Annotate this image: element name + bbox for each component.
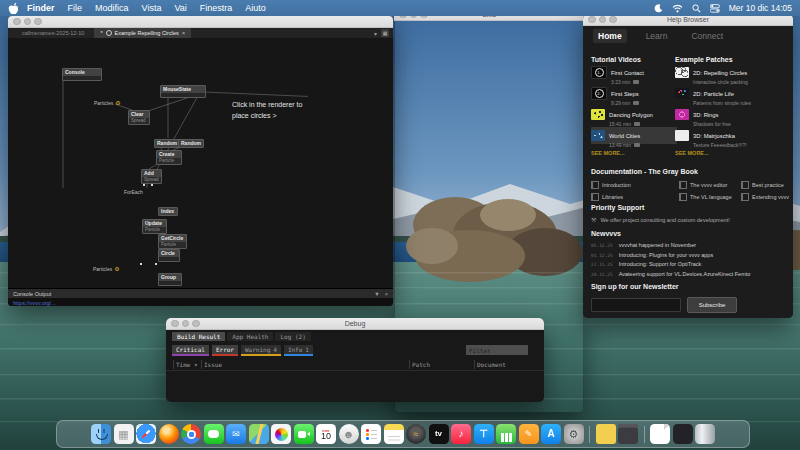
console-link[interactable]: https://vvvv.org/... (13, 300, 56, 306)
dock-music-icon[interactable]: ♪ (451, 424, 471, 444)
doc-link[interactable]: Introduction (591, 181, 631, 189)
close-panel-icon[interactable]: × (385, 291, 388, 297)
patch-node-clear[interactable]: Clear Spread (128, 110, 150, 125)
news-item[interactable]: 27.11.25Introducing: Support for OptiTra… (591, 261, 701, 267)
traffic-lights[interactable] (588, 16, 617, 24)
patch-label[interactable]: Particles⚙ (93, 265, 120, 272)
dock-numbers-icon[interactable] (496, 424, 516, 444)
menu-item-modifica[interactable]: Modifica (95, 3, 129, 13)
column-issue[interactable]: Issue (204, 361, 222, 368)
news-item[interactable]: 01.12.25Introducing: Plugins for your vv… (591, 252, 713, 258)
menu-item-finestra[interactable]: Finestra (200, 3, 233, 13)
doc-link[interactable]: The vvvv editor (679, 181, 727, 189)
patch-pin[interactable] (155, 263, 157, 265)
dock-appstore-icon[interactable]: A (541, 424, 561, 444)
column-document[interactable]: Document (477, 361, 506, 368)
wifi-icon[interactable] (672, 4, 683, 13)
pin-panel-icon[interactable]: ▼ (374, 291, 379, 297)
patches-see-more-link[interactable]: SEE MORE... (675, 150, 709, 156)
traffic-lights[interactable] (13, 18, 42, 26)
tutorial-video-item[interactable]: 2. First Steps 9:29 min (591, 85, 677, 102)
tab-example-patch[interactable]: * Example Repelling Circles × (94, 28, 191, 38)
dock-pages-icon[interactable]: ✎ (519, 424, 539, 444)
doc-link[interactable]: Extending vvvv (741, 193, 789, 201)
menu-item-file[interactable]: File (68, 3, 83, 13)
news-item[interactable]: 20.11.25Avateering support for VL.Device… (591, 271, 750, 277)
dock-facetime-icon[interactable] (294, 424, 314, 444)
example-patch-item[interactable]: 3D: Matrjoschka Texture Feeeedback!!!?! (675, 127, 787, 144)
dock-calendar-icon[interactable]: mer10 (316, 424, 336, 444)
tab-overview-icon[interactable]: ▦ (381, 29, 389, 37)
menu-item-aiuto[interactable]: Aiuto (245, 3, 266, 13)
dock-darkapp-icon[interactable] (673, 424, 693, 444)
patch-node-update[interactable]: Update Particle (142, 219, 167, 234)
newsletter-email-input[interactable] (591, 298, 681, 312)
doc-link[interactable]: Libraries (591, 193, 623, 201)
news-item[interactable]: 05.12.25vvvvhat happened in November (591, 242, 696, 248)
dock-settings-icon[interactable]: ⚙ (564, 424, 584, 444)
dock-launchpad-icon[interactable]: ▦ (114, 424, 134, 444)
debug-tab-app-health[interactable]: App Health (227, 332, 273, 341)
videos-see-more-link[interactable]: SEE MORE... (591, 150, 625, 156)
patch-node-index[interactable]: Index (158, 207, 178, 216)
example-patch-item[interactable]: 2D: Particle Life Patterns from simple r… (675, 85, 787, 102)
patch-node-random[interactable]: Random (178, 139, 204, 148)
patch-node-circle[interactable]: Circle (158, 249, 180, 262)
patch-canvas[interactable]: Click in the renderer to place circles >… (8, 38, 393, 288)
dock-garageband-icon[interactable]: ≈ (406, 424, 426, 444)
tab-dropdown-icon[interactable]: ▾ (374, 30, 377, 37)
patch-pin[interactable] (140, 263, 142, 265)
filter-input[interactable]: Filter (466, 345, 528, 355)
apple-menu-icon[interactable] (8, 2, 18, 14)
column-time[interactable]: Time ▾ (176, 361, 198, 368)
menu-item-finder[interactable]: Finder (27, 3, 55, 13)
patch-titlebar[interactable] (8, 16, 393, 28)
example-patch-item[interactable]: 2D: Repelling Circles Interactive circle… (675, 64, 787, 81)
dock-tv-icon[interactable]: tv (429, 424, 449, 444)
dock-keynote-icon[interactable]: ⊤ (474, 424, 494, 444)
traffic-lights[interactable] (171, 320, 200, 328)
dock-firefox-icon[interactable] (159, 424, 179, 444)
dock-files-icon[interactable] (650, 424, 670, 444)
tab-connect[interactable]: Connect (686, 29, 728, 43)
dock-finder-icon[interactable] (91, 424, 111, 444)
patch-label[interactable]: Particles⚙ (94, 99, 121, 106)
moon-icon[interactable] (654, 4, 663, 13)
menu-item-vista[interactable]: Vista (142, 3, 162, 13)
dock-messages-icon[interactable] (204, 424, 224, 444)
tab-learn[interactable]: Learn (641, 29, 673, 43)
patch-pin[interactable] (151, 184, 153, 186)
dock-safari-icon[interactable] (136, 424, 156, 444)
doc-link[interactable]: The VL language (679, 193, 732, 201)
dock-stickies-icon[interactable] (596, 424, 616, 444)
filter-warning[interactable]: Warning 4 (241, 345, 281, 356)
debug-titlebar[interactable]: Debug (166, 318, 544, 330)
filter-error[interactable]: Error (212, 345, 238, 356)
tutorial-video-item[interactable]: World Cities 13:49 min (591, 127, 677, 144)
patch-node-mousestate[interactable]: MouseState (160, 85, 206, 98)
patch-pin[interactable] (143, 184, 145, 186)
tutorial-video-item[interactable]: Dancing Polygon 15:41 min (591, 106, 677, 123)
menu-clock[interactable]: Mer 10 dic 14:05 (729, 3, 792, 13)
dock-trash-icon[interactable] (695, 424, 715, 444)
patch-label[interactable]: ForEach (124, 189, 143, 195)
console-output-bar[interactable]: Console Output ▼ × (8, 288, 393, 298)
patch-node-console[interactable]: Console (62, 68, 102, 81)
dock-photos-icon[interactable] (271, 424, 291, 444)
tutorial-video-item[interactable]: 1. First Contact 3:23 min (591, 64, 677, 81)
patch-node-getcircle[interactable]: GetCircle Particle (158, 234, 187, 249)
patch-node-add[interactable]: Add Spread (141, 169, 162, 184)
patch-node-random[interactable]: Random (154, 139, 180, 148)
patch-node-group[interactable]: Group (158, 273, 182, 286)
tab-document[interactable]: callmenames-2025-12-10 (8, 28, 94, 38)
dock-chrome-icon[interactable] (181, 424, 201, 444)
tab-close-icon[interactable]: × (182, 30, 186, 36)
dock-contacts-icon[interactable]: ☻ (339, 424, 359, 444)
menu-item-vai[interactable]: Vai (174, 3, 186, 13)
debug-tab-build-result[interactable]: Build Result (172, 332, 225, 341)
dock-notes-icon[interactable] (384, 424, 404, 444)
patch-node-create[interactable]: Create Particle (156, 150, 182, 165)
subscribe-button[interactable]: Subscribe (687, 297, 737, 313)
tab-home[interactable]: Home (593, 29, 627, 43)
search-icon[interactable] (692, 4, 701, 13)
